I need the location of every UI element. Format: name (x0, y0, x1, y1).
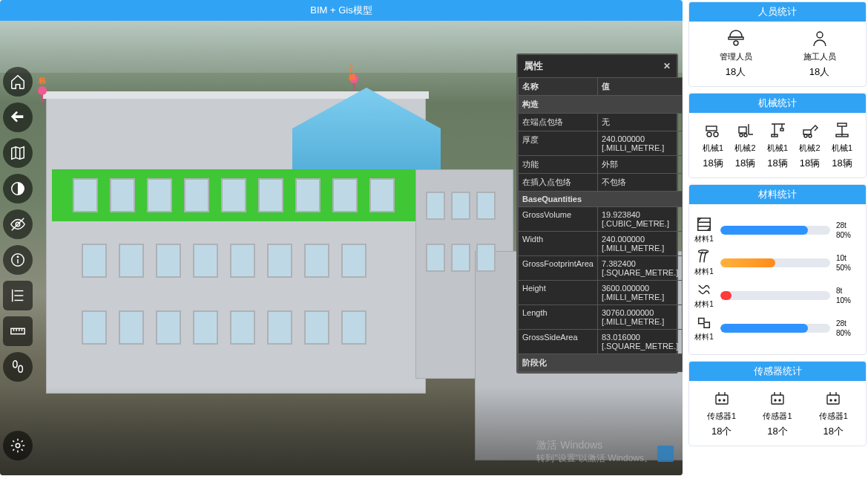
stat-item[interactable]: 机械2 18辆 (731, 120, 760, 170)
hatch-icon: 材料1 (694, 216, 714, 244)
material-row: 材料1 10t50% (694, 249, 861, 277)
manager-icon (725, 29, 747, 48)
card-materials: 材料统计 材料1 28t80% 材料1 10t50% 材料1 8t10% 材料1… (688, 184, 867, 355)
svg-point-23 (714, 132, 718, 137)
ruler-icon[interactable] (3, 316, 33, 346)
prop-value: 无 (597, 114, 682, 131)
svg-point-27 (740, 134, 743, 137)
stat-item[interactable]: 传感器1 18个 (818, 388, 848, 438)
material-row: 材料1 8t10% (694, 281, 861, 310)
svg-rect-37 (838, 123, 846, 126)
svg-point-15 (13, 361, 17, 368)
prop-value: 19.923840 [.CUBIC_METRE.] (597, 207, 682, 232)
prop-key: Width (519, 232, 598, 256)
svg-rect-21 (706, 126, 717, 131)
rebar-icon: 材料1 (694, 249, 714, 277)
viewport-panel: BIM + Gis模型 (0, 0, 683, 475)
stat-item[interactable]: 机械1 18辆 (827, 120, 857, 170)
card-machinery: 机械统计 机械1 18辆 机械2 18辆 机械1 18辆 机械2 18辆 机械1… (688, 93, 867, 178)
prop-value: 83.016000 [.SQUARE_METRE.] (597, 330, 682, 354)
back-icon[interactable] (3, 102, 33, 132)
footsteps-icon[interactable] (3, 352, 33, 382)
forklift-icon (734, 120, 757, 140)
svg-rect-32 (780, 128, 783, 131)
sensor-icon (822, 388, 844, 408)
prop-key: Height (519, 281, 598, 305)
progress-bar (720, 324, 830, 333)
prop-key: GrossFootprintArea (519, 256, 598, 281)
close-icon[interactable]: ✕ (663, 61, 671, 71)
svg-point-20 (817, 32, 823, 38)
map-icon[interactable] (3, 138, 33, 168)
watermark: 激活 Windows 转到"设置"以激活 Windows。 (536, 438, 653, 465)
card-personnel: 人员统计 管理人员 18人 施工人员 18人 (688, 1, 867, 87)
progress-bar (720, 258, 830, 267)
prop-key: 在插入点包络 (519, 174, 598, 192)
sensor-icon (766, 388, 789, 408)
svg-rect-46 (716, 395, 728, 404)
svg-rect-51 (772, 395, 783, 404)
toolbar (3, 67, 34, 382)
pile-icon (831, 120, 853, 140)
svg-rect-18 (729, 37, 743, 39)
levels-icon[interactable] (3, 281, 33, 310)
prop-key: 厚度 (519, 131, 598, 156)
prop-value: 不包络 (597, 174, 682, 192)
stat-item[interactable]: 传感器1 18个 (763, 388, 792, 438)
svg-point-5 (17, 256, 18, 257)
stat-item[interactable]: 机械1 18辆 (763, 120, 792, 170)
card-sensors: 传感器统计 传感器1 18个 传感器1 18个 传感器1 18个 (688, 361, 867, 446)
stat-item[interactable]: 管理人员 18人 (720, 29, 752, 79)
marker-pin[interactable]: 2栋 (349, 74, 359, 91)
svg-point-50 (723, 400, 725, 401)
svg-point-36 (809, 134, 812, 137)
crane-icon (766, 120, 789, 140)
stat-item[interactable]: 机械2 18辆 (795, 120, 825, 170)
coil-icon: 材料1 (694, 281, 714, 310)
app-root: BIM + Gis模型 (0, 0, 868, 479)
svg-rect-56 (827, 395, 839, 404)
prop-section: 构造 (519, 96, 683, 114)
svg-point-60 (835, 400, 836, 401)
stat-item[interactable]: 施工人员 18人 (803, 29, 836, 79)
prop-value: 7.382400 [.SQUARE_METRE.] (597, 256, 682, 281)
svg-point-16 (19, 365, 22, 372)
svg-point-22 (707, 132, 711, 137)
roller-icon (702, 120, 724, 140)
excavator-icon (799, 120, 821, 140)
progress-bar (720, 226, 830, 235)
stat-item[interactable]: 机械1 18辆 (698, 120, 728, 170)
properties-panel[interactable]: 属性 ✕ 名称 值 构造在端点包络无厚度240.000000 [.MILLI_M… (516, 53, 678, 374)
sidebar: 人员统计 管理人员 18人 施工人员 18人 机械统计 机械1 18辆 机械2 … (688, 0, 867, 479)
stat-item[interactable]: 传感器1 18个 (707, 388, 737, 438)
prop-section: BaseQuantities (519, 192, 683, 207)
svg-point-54 (775, 400, 776, 401)
pipe-icon: 材料1 (694, 314, 714, 342)
prop-value: 240.000000 [.MILLI_METRE.] (597, 232, 682, 256)
viewcube-icon[interactable] (657, 446, 674, 462)
gear-icon[interactable] (3, 431, 33, 460)
worker-icon (809, 29, 831, 48)
svg-point-28 (744, 134, 747, 137)
svg-point-59 (830, 400, 832, 401)
prop-key: GrossVolume (519, 207, 598, 232)
svg-rect-34 (803, 130, 811, 134)
info-icon[interactable] (3, 245, 33, 275)
svg-point-19 (734, 41, 738, 45)
svg-rect-10 (11, 328, 24, 333)
svg-point-35 (804, 134, 807, 137)
prop-key: Length (519, 305, 598, 330)
properties-title: 属性 (524, 59, 543, 73)
material-row: 材料1 28t80% (694, 216, 861, 244)
prop-key: GrossSideArea (519, 330, 598, 354)
prop-value: 3600.000000 [.MILLI_METRE.] (597, 281, 682, 305)
home-icon[interactable] (3, 67, 33, 97)
visibility-off-icon[interactable] (3, 209, 33, 239)
svg-point-55 (779, 400, 780, 401)
prop-key: 在端点包络 (519, 114, 598, 131)
prop-value: 240.000000 [.MILLI_METRE.] (597, 131, 682, 156)
contrast-icon[interactable] (3, 174, 33, 203)
marker-pin[interactable]: 栋 (37, 86, 47, 102)
svg-point-49 (719, 400, 720, 401)
prop-value: 30760.000000 [.MILLI_METRE.] (597, 305, 682, 330)
